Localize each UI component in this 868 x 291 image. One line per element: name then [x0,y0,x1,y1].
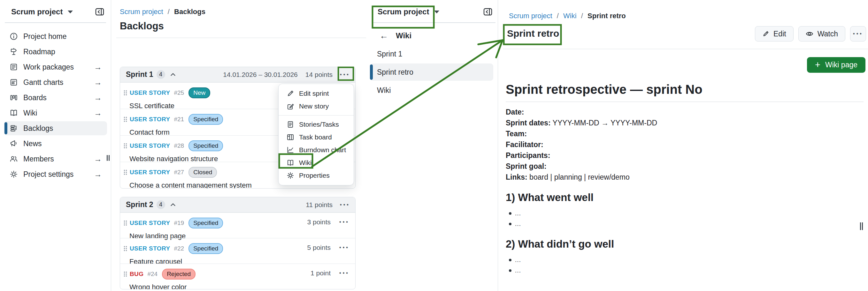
field-date: Date: [506,107,864,117]
sidebar-item-label: Boards [23,94,46,102]
context-menu-wiki-item[interactable]: Wiki [279,156,354,169]
sprint-item-count-badge: 4 [157,201,165,209]
drag-handle-icon[interactable] [123,220,127,226]
backlogs-icon [9,124,19,133]
info-icon [9,32,19,40]
context-menu-edit-sprint[interactable]: Edit sprint [279,87,354,100]
work-package-type: USER STORY [130,220,170,226]
story-row[interactable]: USER STORY #22 Specified Feature carouse… [120,238,355,263]
drag-handle-icon[interactable] [123,169,127,176]
bullet-list: … … [506,208,864,229]
wiki-page-item-label: Sprint retro [377,68,413,77]
ellipsis-icon: ••• [339,270,349,276]
sidebar-item-gantt-charts[interactable]: Gantt charts → [4,75,107,89]
project-selector[interactable]: Scrum project [0,0,111,18]
wiki-article: Sprint retrospective — sprint No Date: S… [506,82,864,276]
story-menu-button[interactable]: ••• [338,245,351,251]
context-menu-properties[interactable]: Properties [279,169,354,182]
document-icon [286,121,294,128]
sidebar-item-label: Gantt charts [23,78,63,87]
context-menu-new-story[interactable]: New story [279,100,354,113]
field-participants: Participants: [506,150,864,161]
ellipsis-icon: ••• [339,219,349,225]
wiki-page-item-sprint-retro[interactable]: Sprint retro [370,64,493,81]
wiki-page-item-label: Sprint 1 [377,50,402,59]
sidebar-item-members[interactable]: Members → [4,152,107,166]
breadcrumb-separator: / [579,12,586,20]
wiki-sidebar: Scrum project ← Wiki Sprint 1 Sprint ret… [367,0,498,291]
sidebar-resize-handle[interactable] [107,155,110,161]
more-actions-button[interactable]: ••• [850,26,866,41]
sidebar-item-wiki[interactable]: Wiki → [4,106,107,120]
edit-button[interactable]: Edit [755,26,794,41]
section-heading-didnt-go-well: 2) What didn’t go well [506,238,864,251]
story-row[interactable]: BUG #24 Rejected Wrong hover color 1 poi… [120,263,355,289]
wiki-sidebar-project-selector[interactable]: Scrum project [367,0,498,18]
breadcrumb-link-project[interactable]: Scrum project [120,8,163,15]
breadcrumb-link-wiki[interactable]: Wiki [563,12,577,20]
sprint-context-menu: Edit sprint New story Stories/Tasks Task… [278,83,354,185]
arrow-right-icon: → [94,63,102,72]
field-sprint-goal: Sprint goal: [506,161,864,172]
context-menu-separator [279,115,354,115]
story-points: 5 points [307,244,331,251]
add-wiki-page-button[interactable]: + Wiki page [807,57,865,73]
back-arrow-icon[interactable]: ← [379,32,388,40]
sidebar-item-news[interactable]: News [4,137,107,151]
story-points: 3 points [307,218,331,226]
context-menu-burndown-chart[interactable]: Burndown chart [279,144,354,156]
bullet-item: … [506,208,864,219]
breadcrumb-current: Sprint retro [588,12,626,20]
wiki-section-header: ← Wiki [367,23,498,40]
context-menu-stories-tasks[interactable]: Stories/Tasks [279,118,354,131]
sidebar-item-label: Wiki [23,109,37,117]
list-icon [9,63,19,71]
sidebar-item-roadmap[interactable]: Roadmap [4,45,107,59]
sidebar-item-label: Members [23,155,54,163]
breadcrumb-separator: / [554,12,561,20]
field-sprint-dates: Sprint dates: YYYY-MM-DD → YYYY-MM-DD [506,117,864,128]
collapse-sprint-chevron-icon[interactable] [170,73,176,76]
drag-handle-icon[interactable] [123,116,127,122]
sprint-1-menu-button[interactable]: ••• [338,69,352,80]
sidebar-item-label: News [23,139,42,148]
wiki-page-item-wiki[interactable]: Wiki [370,82,493,99]
sidebar-item-work-packages[interactable]: Work packages → [4,60,107,74]
story-menu-button[interactable]: ••• [338,270,351,276]
caret-down-icon [434,10,439,13]
story-row[interactable]: USER STORY #19 Specified New landing pag… [120,213,355,238]
wiki-section-title: Wiki [396,31,411,40]
collapse-sidebar-button[interactable] [483,7,493,16]
sidebar-item-label: Work packages [23,63,74,71]
sprint-2-menu-button[interactable]: ••• [338,199,352,211]
pencil-icon [286,90,294,97]
drag-handle-icon[interactable] [123,245,127,252]
breadcrumb-link-project[interactable]: Scrum project [509,12,552,20]
sidebar-item-project-settings[interactable]: Project settings → [4,167,107,181]
sidebar-item-boards[interactable]: Boards → [4,90,107,105]
drag-handle-icon[interactable] [123,271,127,277]
sprint-date-range: 14.01.2026 – 30.01.2026 [223,71,298,78]
sprint-name: Sprint 1 [126,70,153,79]
sidebar-item-backlogs[interactable]: Backlogs [4,121,107,135]
wiki-page-item-sprint-1[interactable]: Sprint 1 [370,45,493,63]
title-divider [116,38,366,38]
signpost-icon [9,47,19,56]
drag-handle-icon[interactable] [123,143,127,149]
gear-icon [9,170,19,178]
breadcrumb-current: Backlogs [174,8,206,15]
context-menu-task-board[interactable]: Task board [279,131,354,144]
drag-handle-icon[interactable] [123,90,127,96]
sidebar-item-project-home[interactable]: Project home [4,29,107,43]
bullet-item: … [506,255,864,265]
collapse-sidebar-button[interactable] [95,7,104,16]
sprint-2-header: Sprint 2 4 11 points ••• [120,197,355,213]
ellipsis-icon: ••• [340,202,350,208]
sidebar-item-label: Project settings [23,170,73,179]
watch-button[interactable]: Watch [798,26,845,41]
caret-down-icon [68,10,73,13]
arrow-right-icon: → [94,170,102,179]
collapse-sprint-chevron-icon[interactable] [170,203,176,207]
work-package-id: #28 [174,142,184,149]
story-menu-button[interactable]: ••• [338,219,351,225]
